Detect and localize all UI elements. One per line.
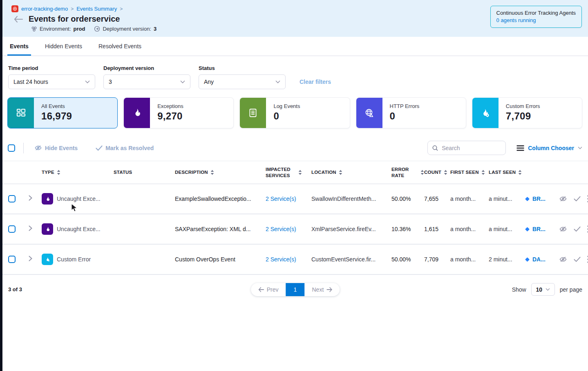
time-period-select[interactable]: Last 24 hours xyxy=(8,74,95,89)
breadcrumb-project[interactable]: error-tracking-demo xyxy=(21,6,68,12)
impacted-services-link[interactable]: 2 Service(s) xyxy=(266,226,311,232)
column-chooser-button[interactable]: Column Chooser xyxy=(516,145,582,151)
chevron-down-icon xyxy=(578,146,582,149)
column-header-last-seen[interactable]: Last Seen xyxy=(489,169,525,175)
row-checkbox[interactable] xyxy=(8,256,16,263)
resolve-event-icon[interactable] xyxy=(574,256,581,262)
impacted-services-link[interactable]: 2 Service(s) xyxy=(266,256,311,263)
tab-resolved-events[interactable]: Resolved Events xyxy=(98,37,141,56)
page-1-button[interactable]: 1 xyxy=(286,283,305,296)
hide-event-icon[interactable] xyxy=(559,225,567,233)
breadcrumb-section[interactable]: Events Summary xyxy=(76,6,117,12)
column-header-type[interactable]: Type xyxy=(42,169,114,175)
event-location: CustomEventService.fir... xyxy=(311,256,391,263)
jira-ticket-icon xyxy=(525,196,530,202)
impacted-services-link[interactable]: 2 Service(s) xyxy=(266,196,311,202)
column-header-description[interactable]: Description xyxy=(175,169,266,175)
expand-row-icon[interactable] xyxy=(29,256,32,261)
column-header-status[interactable]: Status xyxy=(114,169,175,175)
mark-resolved-button[interactable]: Mark as Resolved xyxy=(96,145,154,151)
sort-icon[interactable] xyxy=(210,170,214,175)
stat-cards: All Events 16,979 Exceptions 9,270 xyxy=(2,89,588,128)
per-page-label: per page xyxy=(560,286,582,293)
tab-hidden-events[interactable]: Hidden Events xyxy=(45,37,82,56)
expand-row-icon[interactable] xyxy=(29,225,32,231)
expand-row-icon[interactable] xyxy=(29,195,32,201)
card-value: 0 xyxy=(390,110,420,122)
column-header-impacted-services[interactable]: Impacted Services xyxy=(266,166,311,179)
clear-filters-button[interactable]: Clear filters xyxy=(300,74,331,89)
sort-icon[interactable] xyxy=(444,170,447,175)
page-size-select[interactable]: 10 xyxy=(531,283,555,296)
ticket-link[interactable]: BR... xyxy=(525,226,559,232)
first-seen: a month... xyxy=(450,196,489,202)
column-header-first-seen[interactable]: First Seen xyxy=(450,169,489,175)
hide-event-icon[interactable] xyxy=(559,195,567,203)
last-seen: a minut... xyxy=(489,196,525,202)
column-header-location[interactable]: Location xyxy=(311,169,391,175)
card-custom-errors[interactable]: Custom Errors 7,709 xyxy=(472,97,582,128)
page-summary: 3 of 3 xyxy=(8,286,22,292)
page-header: error-tracking-demo > Events Summary > E… xyxy=(2,0,588,37)
table-row[interactable]: Uncaught Exce... ExampleSwallowedExcepti… xyxy=(2,184,588,214)
column-header-error-rate[interactable]: Error Rate xyxy=(391,166,424,179)
next-page-button[interactable]: Next xyxy=(305,283,340,296)
sort-icon[interactable] xyxy=(420,170,424,175)
back-arrow-icon[interactable] xyxy=(14,16,23,22)
card-value: 16,979 xyxy=(41,110,72,122)
status-label: Status xyxy=(199,65,286,71)
deployment-meta: Deployment version: 3 xyxy=(94,26,157,32)
event-count: 1,615 xyxy=(424,226,450,232)
row-checkbox[interactable] xyxy=(8,225,16,233)
collapsed-sidebar-strip[interactable] xyxy=(0,0,2,371)
sort-icon[interactable] xyxy=(481,170,485,175)
resolve-event-icon[interactable] xyxy=(574,226,581,232)
agents-running-link[interactable]: 0 agents running xyxy=(496,17,576,23)
card-label: HTTP Errors xyxy=(390,103,420,109)
event-location: XmlParseService.fireEv... xyxy=(311,226,391,232)
deployment-version-select[interactable]: 3 xyxy=(103,74,190,89)
resolve-event-icon[interactable] xyxy=(574,196,581,202)
card-value: 7,709 xyxy=(506,110,540,122)
page-title: Events for orderservice xyxy=(29,14,120,24)
select-all-checkbox[interactable] xyxy=(8,144,15,152)
exception-type-icon xyxy=(42,193,53,205)
last-seen: a minut... xyxy=(489,226,525,232)
table-row[interactable]: Uncaught Exce... SAXParseException: XML … xyxy=(2,214,588,245)
grid-icon xyxy=(16,108,27,119)
status-select[interactable]: Any xyxy=(199,74,286,89)
sort-icon[interactable] xyxy=(298,170,302,175)
sort-icon[interactable] xyxy=(518,170,522,175)
event-count: 7,655 xyxy=(424,196,450,202)
hide-events-button[interactable]: Hide Events xyxy=(34,144,78,152)
table-row[interactable]: Custom Error Custom OverOps Event 2 Serv… xyxy=(2,245,588,275)
agents-box-title: Continuous Error Tracking Agents xyxy=(496,10,576,16)
card-all-events[interactable]: All Events 16,979 xyxy=(7,97,118,128)
environment-label: Environment: xyxy=(40,26,71,32)
row-checkbox[interactable] xyxy=(8,195,16,202)
card-value: 9,270 xyxy=(157,110,183,122)
event-location: SwallowInDifferentMeth... xyxy=(311,196,391,202)
column-header-count[interactable]: Count xyxy=(424,169,450,175)
time-period-value: Last 24 hours xyxy=(13,79,48,85)
card-log-events[interactable]: Log Events 0 xyxy=(239,97,350,128)
ticket-link[interactable]: BR... xyxy=(525,196,559,202)
custom-error-type-icon xyxy=(42,254,53,265)
search-input[interactable] xyxy=(442,145,499,151)
error-tracking-logo-icon xyxy=(11,5,18,12)
search-icon xyxy=(432,145,438,151)
hide-event-icon[interactable] xyxy=(559,255,567,263)
ticket-link[interactable]: DA... xyxy=(525,256,559,263)
error-rate: 50.00% xyxy=(391,256,424,263)
event-type: Uncaught Exce... xyxy=(57,196,101,202)
sort-icon[interactable] xyxy=(57,170,60,175)
card-exceptions[interactable]: Exceptions 9,270 xyxy=(123,97,234,128)
prev-page-button[interactable]: Prev xyxy=(251,283,286,296)
globe-icon xyxy=(364,108,375,119)
event-description: Custom OverOps Event xyxy=(175,256,266,263)
document-icon xyxy=(248,108,258,118)
card-http-errors[interactable]: HTTP Errors 0 xyxy=(356,97,466,128)
pagination-bar: 3 of 3 Prev 1 Next Show 10 per page xyxy=(2,275,588,296)
sort-icon[interactable] xyxy=(339,170,342,175)
tab-events[interactable]: Events xyxy=(10,37,29,56)
